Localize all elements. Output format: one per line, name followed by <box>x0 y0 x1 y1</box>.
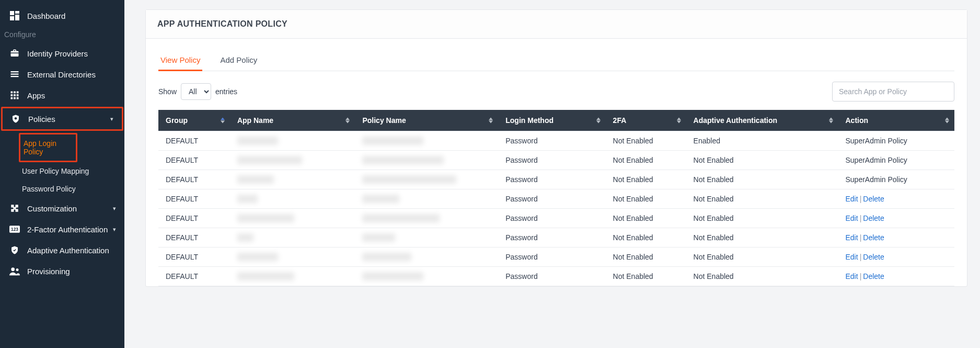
svg-rect-14 <box>14 97 16 99</box>
sidebar-item-external-directories[interactable]: External Directories <box>0 64 124 85</box>
sort-icon <box>945 118 949 124</box>
shield-icon <box>10 114 21 124</box>
table-body: DEFAULT#########################Password… <box>158 131 954 286</box>
main-content: APP AUTHENTICATION POLICY View Policy Ad… <box>124 0 980 348</box>
cell-app-name: ######### <box>230 170 355 189</box>
cell-login-method: Password <box>498 267 605 286</box>
col-login_method[interactable]: Login Method <box>498 110 605 131</box>
cell-action: Edit|Delete <box>838 189 955 209</box>
entries-select[interactable]: All <box>181 83 211 100</box>
sidebar-subitem-app-login-policy[interactable]: App Login Policy <box>24 134 76 161</box>
sidebar-item-adaptive-auth[interactable]: Adaptive Authentication <box>0 240 124 261</box>
cell-action: SuperAdmin Policy <box>838 151 955 170</box>
sidebar-item-2fa[interactable]: 123 2-Factor Authentication ▾ <box>0 219 124 240</box>
table-row: DEFAULT#################################… <box>158 209 954 228</box>
cell-adaptive: Not Enabled <box>686 248 838 267</box>
sidebar-submenu-policies: App Login Policy User Policy Mapping Pas… <box>0 133 124 198</box>
col-app_name[interactable]: App Name <box>230 110 355 131</box>
sidebar-item-label: Adaptive Authentication <box>27 246 109 255</box>
cell-action: Edit|Delete <box>838 228 955 248</box>
svg-rect-5 <box>11 74 19 75</box>
cell-action: Edit|Delete <box>838 209 955 228</box>
shield-check-icon <box>9 245 20 255</box>
tab-add-policy[interactable]: Add Policy <box>218 52 259 71</box>
delete-link[interactable]: Delete <box>863 214 884 222</box>
delete-link[interactable]: Delete <box>863 233 884 242</box>
cell-adaptive: Not Enabled <box>686 267 838 286</box>
cell-2fa: Not Enabled <box>606 151 686 170</box>
delete-link[interactable]: Delete <box>863 253 884 261</box>
svg-text:123: 123 <box>11 227 18 232</box>
sort-icon <box>677 118 681 124</box>
cell-adaptive: Not Enabled <box>686 209 838 228</box>
svg-rect-3 <box>10 16 14 20</box>
svg-rect-0 <box>10 11 14 15</box>
cell-adaptive: Enabled <box>686 131 838 151</box>
sidebar-item-customization[interactable]: Customization ▾ <box>0 198 124 219</box>
sidebar-item-dashboard[interactable]: Dashboard <box>0 5 124 26</box>
table-row: DEFAULT#############################Pass… <box>158 267 954 286</box>
cell-action: SuperAdmin Policy <box>838 131 955 151</box>
sidebar-item-label: 2-Factor Authentication <box>27 225 108 234</box>
search-input[interactable] <box>832 82 954 102</box>
cell-policy-name: ######## <box>355 228 498 248</box>
svg-point-19 <box>11 267 15 271</box>
chevron-down-icon: ▾ <box>110 116 113 122</box>
svg-rect-7 <box>11 92 13 94</box>
svg-rect-11 <box>14 94 16 96</box>
tab-view-policy[interactable]: View Policy <box>158 52 202 71</box>
col-action[interactable]: Action <box>838 110 955 131</box>
sidebar-item-label: Policies <box>28 115 55 124</box>
edit-link[interactable]: Edit <box>846 214 858 222</box>
cell-group: DEFAULT <box>158 267 230 286</box>
delete-link[interactable]: Delete <box>863 195 884 203</box>
svg-rect-1 <box>15 11 19 14</box>
cell-adaptive: Not Enabled <box>686 170 838 189</box>
cell-policy-name: ############### <box>355 131 498 151</box>
cell-policy-name: ######### <box>355 189 498 209</box>
svg-rect-9 <box>17 92 19 94</box>
sidebar-subitem-password-policy[interactable]: Password Policy <box>22 180 124 198</box>
cell-app-name: ########## <box>230 248 355 267</box>
sidebar-item-provisioning[interactable]: Provisioning <box>0 261 124 282</box>
svg-point-16 <box>15 117 17 120</box>
edit-link[interactable]: Edit <box>846 272 858 280</box>
cell-policy-name: ############### <box>355 267 498 286</box>
cell-login-method: Password <box>498 151 605 170</box>
col-adaptive[interactable]: Adaptive Authentication <box>686 110 838 131</box>
svg-point-20 <box>16 268 19 271</box>
cell-group: DEFAULT <box>158 189 230 209</box>
edit-link[interactable]: Edit <box>846 253 858 261</box>
sort-icon <box>489 118 493 124</box>
cell-2fa: Not Enabled <box>606 228 686 248</box>
sidebar-item-apps[interactable]: Apps <box>0 85 124 106</box>
edit-link[interactable]: Edit <box>846 195 858 203</box>
cell-2fa: Not Enabled <box>606 189 686 209</box>
svg-rect-6 <box>11 76 19 77</box>
table-header-row: GroupApp NamePolicy NameLogin Method2FAA… <box>158 110 954 131</box>
sidebar-subitem-app-login-policy-highlight: App Login Policy <box>19 133 77 162</box>
delete-link[interactable]: Delete <box>863 272 884 280</box>
cell-login-method: Password <box>498 189 605 209</box>
sort-icon <box>829 118 833 124</box>
table-toolbar: Show All entries <box>158 71 954 110</box>
sidebar-item-label: Provisioning <box>27 267 70 276</box>
table-row: DEFAULT#################################… <box>158 151 954 170</box>
col-policy_name[interactable]: Policy Name <box>355 110 498 131</box>
keypad-icon: 123 <box>9 224 20 234</box>
entries-label: entries <box>215 87 237 96</box>
cell-login-method: Password <box>498 170 605 189</box>
svg-rect-12 <box>17 94 19 96</box>
policy-table: GroupApp NamePolicy NameLogin Method2FAA… <box>158 110 954 286</box>
col-group[interactable]: Group <box>158 110 230 131</box>
cell-login-method: Password <box>498 228 605 248</box>
edit-link[interactable]: Edit <box>846 233 858 242</box>
sidebar-subitem-user-policy-mapping[interactable]: User Policy Mapping <box>22 162 124 180</box>
svg-rect-2 <box>15 15 19 20</box>
sidebar-item-label: Apps <box>27 91 45 100</box>
sidebar-item-policies[interactable]: Policies ▾ <box>3 108 122 129</box>
cell-adaptive: Not Enabled <box>686 189 838 209</box>
col-twofa[interactable]: 2FA <box>606 110 686 131</box>
dashboard-icon <box>9 10 20 21</box>
sidebar-item-identity-providers[interactable]: Identity Providers <box>0 43 124 64</box>
